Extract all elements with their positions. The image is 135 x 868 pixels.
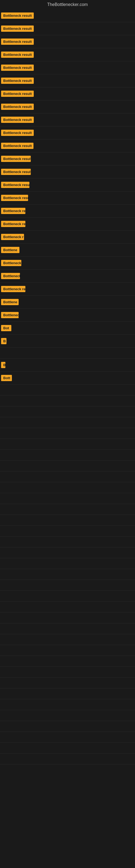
table-row: Bottleneck result xyxy=(0,218,135,230)
empty-row xyxy=(0,558,135,569)
bottleneck-result-badge[interactable]: Bottleneck result xyxy=(1,221,26,227)
empty-row xyxy=(0,493,135,504)
table-row: Bottleneck result xyxy=(0,74,135,87)
table-row: Bottleneck re xyxy=(0,205,135,218)
empty-row xyxy=(0,601,135,613)
empty-row xyxy=(0,688,135,699)
empty-row xyxy=(0,732,135,743)
table-row xyxy=(0,406,135,417)
empty-row xyxy=(0,482,135,493)
table-row: Bottleneck result xyxy=(0,48,135,61)
bottleneck-result-badge[interactable]: Bottleneck result xyxy=(1,26,34,32)
bottleneck-result-badge[interactable]: Bottleneck result xyxy=(1,169,31,175)
table-row: Bottleneck result xyxy=(0,126,135,140)
table-row: Bottleneck result xyxy=(0,9,135,22)
empty-row xyxy=(0,753,135,764)
empty-row xyxy=(0,743,135,753)
table-row xyxy=(0,428,135,439)
bottleneck-result-badge[interactable]: B xyxy=(1,362,5,368)
bottleneck-result-badge[interactable]: Bottlene xyxy=(1,299,18,305)
table-row: Bottleneck r xyxy=(0,257,135,270)
table-row xyxy=(0,396,135,406)
table-row: Bottleneck xyxy=(0,270,135,283)
table-row xyxy=(0,417,135,428)
bottleneck-result-badge[interactable]: Bottleneck result xyxy=(1,182,30,188)
site-title: TheBottlenecker.com xyxy=(0,0,135,9)
bottleneck-result-badge[interactable]: Bottleneck result xyxy=(1,12,34,19)
empty-row xyxy=(0,613,135,623)
bottleneck-result-badge[interactable]: Bott xyxy=(1,375,12,381)
empty-row xyxy=(0,450,135,461)
table-row: Bot xyxy=(0,322,135,335)
empty-row xyxy=(0,721,135,732)
empty-row xyxy=(0,536,135,547)
empty-row xyxy=(0,699,135,710)
bottleneck-result-badge[interactable]: Bottleneck result xyxy=(1,130,34,136)
table-row: Bottleneck result xyxy=(0,113,135,126)
empty-row xyxy=(0,678,135,688)
empty-row xyxy=(0,591,135,601)
table-row: Bottleneck r xyxy=(0,230,135,244)
empty-row xyxy=(0,569,135,580)
empty-row xyxy=(0,656,135,667)
bottleneck-result-badge[interactable]: Bottleneck result xyxy=(1,65,34,71)
table-row: Bottleneck result xyxy=(0,140,135,152)
empty-row xyxy=(0,645,135,656)
empty-row xyxy=(0,439,135,450)
table-row: Bottleneck xyxy=(0,309,135,322)
table-row: Bottleneck result xyxy=(0,179,135,191)
empty-row xyxy=(0,504,135,515)
empty-row xyxy=(0,547,135,558)
table-row: Bottlene xyxy=(0,244,135,257)
bottleneck-result-badge[interactable]: Bottleneck xyxy=(1,312,18,318)
empty-row xyxy=(0,471,135,482)
table-row: Bottleneck result xyxy=(0,152,135,165)
bottleneck-result-badge[interactable]: Bottleneck result xyxy=(1,117,34,123)
empty-row xyxy=(0,580,135,591)
bottleneck-result-badge[interactable]: Bottleneck xyxy=(1,273,20,279)
bottleneck-result-badge[interactable]: Bottleneck result xyxy=(1,91,34,97)
table-row: Bottleneck result xyxy=(0,22,135,35)
table-row: Bottleneck result xyxy=(0,61,135,74)
table-row: Bottleneck result xyxy=(0,87,135,100)
bottleneck-result-badge[interactable]: Bottleneck result xyxy=(1,156,31,162)
table-row: Bottlene xyxy=(0,296,135,309)
empty-row xyxy=(0,515,135,526)
empty-row xyxy=(0,634,135,645)
bottleneck-result-badge[interactable]: Bottleneck result xyxy=(1,143,34,149)
table-row: Bott xyxy=(0,372,135,384)
bottleneck-result-badge[interactable]: Bottleneck result xyxy=(1,52,34,58)
bottleneck-result-badge[interactable]: Bot xyxy=(1,325,11,331)
bottleneck-result-badge[interactable]: Bottleneck result xyxy=(1,78,34,84)
bottleneck-result-badge[interactable]: Bottleneck r xyxy=(1,260,21,266)
empty-row xyxy=(0,623,135,634)
bottleneck-result-badge[interactable]: B xyxy=(1,338,6,344)
bottleneck-result-badge[interactable]: Bottleneck res xyxy=(1,286,26,292)
bottleneck-result-badge[interactable]: Bottleneck result xyxy=(1,104,34,110)
table-row: B xyxy=(0,335,135,348)
empty-row xyxy=(0,526,135,536)
empty-row xyxy=(0,667,135,678)
table-row: Bottleneck res xyxy=(0,283,135,296)
bottleneck-result-badge[interactable]: Bottleneck r xyxy=(1,234,24,240)
table-row: Bottleneck result xyxy=(0,100,135,113)
bottleneck-result-badge[interactable]: Bottleneck result xyxy=(1,195,28,201)
empty-row xyxy=(0,710,135,721)
table-row: Bottleneck result xyxy=(0,191,135,205)
bottleneck-result-badge[interactable]: Bottlene xyxy=(1,247,19,253)
empty-row xyxy=(0,461,135,471)
table-row: Bottleneck result xyxy=(0,165,135,179)
table-row: Bottleneck result xyxy=(0,35,135,48)
table-row: B xyxy=(0,359,135,372)
bottleneck-result-badge[interactable]: Bottleneck result xyxy=(1,38,34,45)
table-row xyxy=(0,384,135,396)
table-row xyxy=(0,348,135,359)
bottleneck-result-badge[interactable]: Bottleneck re xyxy=(1,208,26,214)
